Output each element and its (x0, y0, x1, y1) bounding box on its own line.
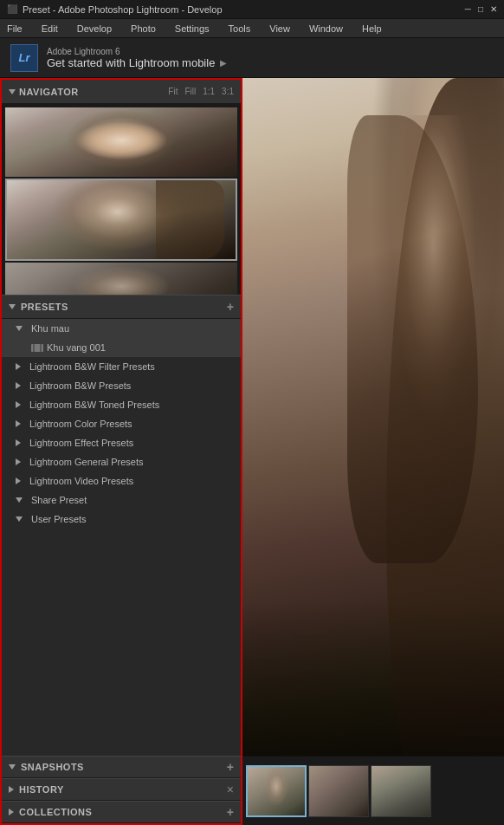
tree-item-lr-color[interactable]: Lightroom Color Presets (2, 414, 241, 433)
presets-header[interactable]: Presets + (2, 295, 241, 319)
maximize-button[interactable]: □ (478, 4, 483, 14)
presets-title-text: Presets (21, 302, 68, 312)
lr-general-icon (16, 458, 24, 465)
title-bar: ⬛ Preset - Adobe Photoshop Lightroom - D… (0, 0, 504, 19)
filmstrip-thumb-2[interactable] (308, 765, 369, 817)
nav-fit[interactable]: Fit (168, 87, 178, 96)
snapshots-header[interactable]: Snapshots + (2, 756, 241, 778)
menu-view[interactable]: View (266, 22, 294, 36)
snapshots-title: Snapshots (9, 762, 84, 772)
menu-help[interactable]: Help (359, 22, 385, 36)
lr-bw-filter-label: Lightroom B&W Filter Presets (29, 361, 155, 372)
history-expand-icon (9, 786, 14, 793)
menu-photo[interactable]: Photo (127, 22, 159, 36)
khu-mau-collapse-icon (16, 326, 26, 331)
tree-item-lr-video[interactable]: Lightroom Video Presets (2, 471, 241, 490)
menu-tools[interactable]: Tools (225, 22, 255, 36)
menu-settings[interactable]: Settings (171, 22, 213, 36)
header-subtitle-text: Get started with Lightroom mobile (47, 56, 215, 69)
collections-header[interactable]: Collections + (2, 801, 241, 823)
presets-collapse-icon (9, 304, 16, 309)
tree-item-khu-vang[interactable]: Khu vang 001 (2, 338, 241, 357)
nav-image-top (5, 107, 237, 177)
tree-item-lr-bw-filter[interactable]: Lightroom B&W Filter Presets (2, 357, 241, 376)
nav-image-bottom (5, 263, 237, 295)
share-preset-label: Share Preset (31, 495, 87, 505)
history-title: History (9, 784, 64, 795)
main-layout: Navigator Fit Fill 1:1 3:1 (0, 78, 504, 825)
user-presets-label: User Presets (31, 514, 87, 524)
presets-title: Presets (9, 302, 68, 312)
filmstrip (242, 756, 504, 825)
history-header[interactable]: History × (2, 778, 241, 801)
nav-image-middle (5, 179, 237, 261)
khu-vang-icon (31, 344, 43, 352)
header-text: Adobe Lightroom 6 Get started with Light… (47, 47, 227, 69)
history-close-button[interactable]: × (227, 783, 234, 796)
menu-window[interactable]: Window (306, 22, 346, 36)
nav-controls: Fit Fill 1:1 3:1 (168, 87, 234, 96)
nav-3to1[interactable]: 3:1 (222, 87, 234, 96)
filmstrip-thumb-3[interactable] (371, 765, 431, 817)
filmstrip-thumb-1[interactable] (246, 765, 307, 817)
tree-item-share-preset[interactable]: Share Preset (2, 490, 241, 510)
lr-video-icon (16, 477, 24, 484)
tree-item-lr-bw-presets[interactable]: Lightroom B&W Presets (2, 376, 241, 395)
nav-fill[interactable]: Fill (184, 87, 196, 96)
header-subtitle: Get started with Lightroom mobile ▶ (47, 56, 227, 69)
navigator-title: Navigator (9, 87, 79, 97)
lr-color-label: Lightroom Color Presets (29, 419, 132, 429)
navigator-collapse-icon (9, 89, 16, 94)
user-presets-icon (16, 516, 26, 522)
collections-title: Collections (9, 807, 92, 817)
lr-bw-toned-icon (16, 401, 24, 408)
lr-color-icon (16, 420, 24, 427)
menu-file[interactable]: File (3, 22, 26, 36)
lr-bw-filter-icon (16, 363, 24, 370)
tree-item-lr-effect[interactable]: Lightroom Effect Presets (2, 433, 241, 452)
preset-tree: Khu mau Khu vang 001 Lightroom B&W Filte… (2, 319, 241, 756)
left-panel: Navigator Fit Fill 1:1 3:1 (0, 78, 242, 825)
menu-develop[interactable]: Develop (74, 22, 115, 36)
minimize-button[interactable]: ─ (465, 4, 471, 14)
navigator-header[interactable]: Navigator Fit Fill 1:1 3:1 (2, 80, 241, 104)
navigator-title-text: Navigator (19, 87, 79, 97)
lr-video-label: Lightroom Video Presets (29, 476, 133, 486)
lr-effect-label: Lightroom Effect Presets (29, 438, 133, 448)
close-button[interactable]: ✕ (490, 4, 497, 14)
snapshots-collapse-icon (9, 764, 16, 770)
menu-bar: File Edit Develop Photo Settings Tools V… (0, 19, 504, 38)
share-preset-icon (16, 497, 26, 503)
title-bar-text: Preset - Adobe Photoshop Lightroom - Dev… (23, 4, 223, 15)
snapshots-add-button[interactable]: + (227, 760, 234, 774)
menu-edit[interactable]: Edit (38, 22, 61, 36)
lr-bw-presets-icon (16, 382, 24, 389)
collections-expand-icon (9, 809, 14, 815)
app-icon: ⬛ (7, 4, 17, 14)
lr-bw-presets-label: Lightroom B&W Presets (29, 380, 131, 391)
photo-area (242, 78, 504, 825)
tree-item-lr-bw-toned[interactable]: Lightroom B&W Toned Presets (2, 395, 241, 414)
khu-mau-label: Khu mau (31, 323, 69, 334)
khu-vang-label: Khu vang 001 (47, 342, 106, 353)
header-bar: Lr Adobe Lightroom 6 Get started with Li… (0, 38, 504, 78)
tree-item-user-presets[interactable]: User Presets (2, 510, 241, 529)
photo-canvas (242, 78, 504, 825)
lr-bw-toned-label: Lightroom B&W Toned Presets (29, 400, 159, 410)
tree-item-lr-general[interactable]: Lightroom General Presets (2, 452, 241, 471)
lr-logo: Lr (10, 44, 38, 72)
collections-add-button[interactable]: + (227, 805, 234, 819)
lr-effect-icon (16, 439, 24, 446)
history-title-text: History (19, 784, 64, 795)
navigator-images (2, 104, 241, 295)
tree-item-khu-mau[interactable]: Khu mau (2, 319, 241, 338)
bottom-sections: Snapshots + History × Collections + (2, 756, 241, 823)
nav-1to1[interactable]: 1:1 (203, 87, 215, 96)
lr-general-label: Lightroom General Presets (29, 457, 143, 467)
header-arrow[interactable]: ▶ (220, 58, 227, 68)
collections-title-text: Collections (19, 807, 92, 817)
presets-add-button[interactable]: + (227, 300, 234, 314)
snapshots-title-text: Snapshots (21, 762, 84, 772)
app-name: Adobe Lightroom 6 (47, 47, 227, 56)
